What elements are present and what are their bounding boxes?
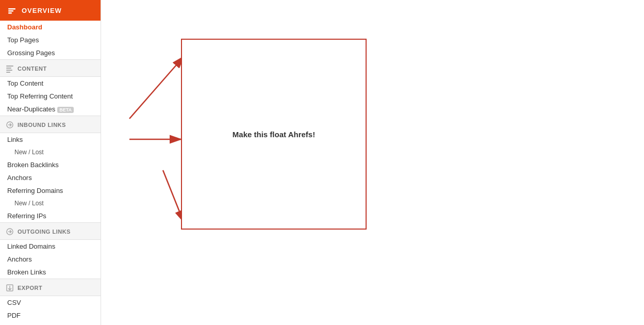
export-section-label: EXPORT	[18, 285, 42, 291]
sidebar-item-referring-ips[interactable]: Referring IPs	[0, 209, 101, 222]
float-box: Make this float Ahrefs!	[181, 39, 367, 230]
sidebar-item-new-lost-domains[interactable]: New / Lost	[0, 197, 101, 209]
logo-icon	[6, 5, 18, 16]
svg-rect-4	[6, 66, 13, 67]
sidebar-section-outgoing-links: OUTGOING LINKS	[0, 222, 101, 240]
arrow-1	[129, 57, 184, 119]
sidebar-item-broken-backlinks[interactable]: Broken Backlinks	[0, 158, 101, 171]
outgoing-links-section-label: OUTGOING LINKS	[18, 229, 71, 235]
float-box-text: Make this float Ahrefs!	[233, 130, 315, 139]
sidebar-section-export: EXPORT	[0, 279, 101, 296]
sidebar-item-new-lost-links[interactable]: New / Lost	[0, 146, 101, 158]
sidebar-item-pdf[interactable]: PDF	[0, 309, 101, 322]
sidebar-item-anchors-outbound[interactable]: Anchors	[0, 253, 101, 266]
arrow-3	[163, 170, 184, 222]
inbound-links-section-icon	[5, 120, 14, 129]
sidebar-item-dashboard[interactable]: Dashboard	[0, 21, 101, 34]
sidebar-item-links[interactable]: Links	[0, 133, 101, 146]
content-section-label: CONTENT	[18, 66, 47, 72]
svg-rect-7	[6, 72, 10, 73]
sidebar-item-csv[interactable]: CSV	[0, 296, 101, 309]
svg-rect-6	[6, 70, 12, 71]
sidebar-item-near-duplicates[interactable]: Near-DuplicatesBETA	[0, 103, 101, 116]
sidebar-section-content: CONTENT	[0, 59, 101, 77]
main-content: Make this float Ahrefs!	[101, 0, 644, 325]
sidebar-item-top-content[interactable]: Top Content	[0, 77, 101, 90]
sidebar-item-linked-domains[interactable]: Linked Domains	[0, 240, 101, 253]
sidebar-section-inbound-links: INBOUND LINKS	[0, 116, 101, 133]
sidebar-item-broken-links[interactable]: Broken Links	[0, 266, 101, 279]
svg-rect-5	[6, 68, 11, 69]
beta-badge: BETA	[57, 107, 74, 113]
sidebar-logo: OVERVIEW	[0, 0, 101, 21]
sidebar-item-top-pages[interactable]: Top Pages	[0, 34, 101, 46]
sidebar: OVERVIEW Dashboard Top Pages Grossing Pa…	[0, 0, 101, 325]
sidebar-item-referring-domains[interactable]: Referring Domains	[0, 184, 101, 197]
sidebar-item-anchors-inbound[interactable]: Anchors	[0, 171, 101, 184]
svg-rect-2	[8, 10, 13, 12]
sidebar-item-grossing-pages[interactable]: Grossing Pages	[0, 46, 101, 59]
svg-rect-1	[8, 8, 15, 10]
export-section-icon	[5, 283, 14, 293]
svg-rect-3	[8, 12, 12, 14]
sidebar-item-top-referring-content[interactable]: Top Referring Content	[0, 90, 101, 103]
content-section-icon	[5, 64, 14, 73]
sidebar-logo-text: OVERVIEW	[22, 7, 62, 14]
inbound-links-section-label: INBOUND LINKS	[18, 122, 66, 128]
outgoing-links-section-icon	[5, 227, 14, 236]
